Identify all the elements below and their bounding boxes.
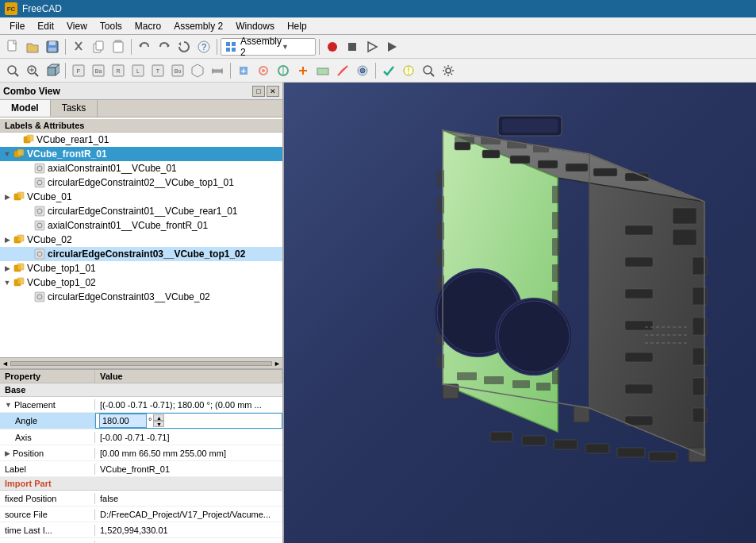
constraint-circular-button[interactable] [274,61,293,80]
dropdown-arrow-icon: ▼ [282,43,312,51]
stop-macro-button[interactable] [343,37,362,56]
constraint-plane-button[interactable] [313,61,332,80]
svg-text:R: R [116,68,120,74]
props-row-source[interactable]: source File D:/FreeCAD_Project/V17_Proje… [0,506,282,522]
cut-button[interactable] [69,37,88,56]
angle-input[interactable] [99,414,147,428]
props-row-angle[interactable]: Angle ° ▲ ▼ [0,413,282,429]
menu-assembly2[interactable]: Assembly 2 [167,19,229,33]
props-header: Property Value [0,370,282,383]
menu-windows[interactable]: Windows [229,19,281,33]
menu-edit[interactable]: Edit [31,19,60,33]
constraint-edge-button[interactable] [294,61,313,80]
constraint-axial-button[interactable] [254,61,273,80]
new-button[interactable] [3,37,22,56]
tree-item-vcube-top1-02[interactable]: ▼ VCube_top1_02 [0,275,282,290]
tree-item-vcube02[interactable]: ▶ VCube_02 [0,233,282,247]
tree-item-vcube-top1-01[interactable]: ▶ VCube_top1_01 [0,261,282,275]
spin-down-button[interactable]: ▼ [153,421,164,427]
props-val-editing[interactable]: ° ▲ ▼ [95,413,282,429]
panel-title: Combo View [3,86,60,97]
props-row-axis[interactable]: Axis [-0.00 -0.71 -0.71] [0,429,282,445]
props-key-label: Placement [14,400,56,410]
tree-item-axial1[interactable]: axialConstraint01__VCube_01 [0,161,282,175]
props-row-placement[interactable]: ▼ Placement [(-0.00 -0.71 -0.71); 180.00… [0,397,282,413]
svg-line-24 [15,73,18,76]
tab-tasks[interactable]: Tasks [51,100,98,117]
tree-label: axialConstraint01__VCube_01 [48,163,177,174]
view-top-button[interactable]: T [148,61,167,80]
tree-item-circular2[interactable]: circularEdgeConstraint02__VCube_top1_01 [0,175,282,190]
undo-button[interactable] [135,37,154,56]
help-button[interactable]: ? [194,37,213,56]
view-back-button[interactable]: Ba [89,61,108,80]
view-left-button[interactable]: L [129,61,148,80]
copy-button[interactable] [89,37,108,56]
view-bottom-button[interactable]: Bo [168,61,187,80]
settings-button[interactable] [439,61,458,80]
svg-rect-111 [552,238,560,256]
assembly-add-button[interactable]: + [234,61,253,80]
part-icon [22,133,35,146]
horizontal-scrollbar[interactable] [10,361,272,366]
panel-detach-button[interactable]: □ [252,86,265,97]
redo-button[interactable] [155,37,174,56]
expand-arrow-icon[interactable]: ▶ [5,449,10,457]
measure-button[interactable] [208,61,227,80]
tree-item-circular3[interactable]: circularEdgeConstraint03__VCube_top1_02 [0,247,282,261]
view-iso-button[interactable] [188,61,207,80]
props-row-time[interactable]: time Last I... 1,520,994,330.01 [0,522,282,538]
tree-label: VCube_top1_02 [27,277,96,288]
menu-file[interactable]: File [3,19,31,33]
refresh-button[interactable] [175,37,194,56]
props-key-label: Axis [15,433,32,442]
workbench-dropdown[interactable]: Assembly 2 ▼ [221,38,316,56]
panel-tabs: Model Tasks [0,100,282,117]
paste-button[interactable] [109,37,128,56]
open-button[interactable] [23,37,42,56]
menu-help[interactable]: Help [281,19,313,33]
cube-nav-button[interactable] [43,61,62,80]
tree-item-vcube-rear1[interactable]: VCube_rear1_01 [0,133,282,147]
tree-item-circular4[interactable]: circularEdgeConstraint03__VCube_02 [0,290,282,304]
zoom-selection-button[interactable] [23,61,42,80]
solve-button[interactable] [379,61,398,80]
3d-viewport[interactable] [284,83,756,543]
tree-label: circularEdgeConstraint02__VCube_top1_01 [48,177,234,188]
tab-model[interactable]: Model [0,100,51,117]
record-button[interactable] [323,37,342,56]
constraint-angle-button[interactable] [333,61,352,80]
zoom-fit-button[interactable] [3,61,22,80]
props-row-position[interactable]: ▶ Position [0.00 mm 66.50 mm 255.00 mm] [0,445,282,461]
play-macro-button[interactable] [363,37,382,56]
props-row-fixed[interactable]: fixed Position false [0,491,282,506]
menu-tools[interactable]: Tools [94,19,129,33]
tree-item-vcube-frontR[interactable]: ▼ VCube_frontR_01 [0,147,282,161]
menu-macro[interactable]: Macro [129,19,167,33]
expand-arrow-icon[interactable]: ▼ [5,401,12,409]
svg-line-26 [35,73,38,76]
save-button[interactable] [43,37,62,56]
scroll-right-icon[interactable]: ► [274,360,281,368]
constraint-coincident-button[interactable] [353,61,372,80]
panel-close-button[interactable]: ✕ [267,86,279,97]
svg-rect-22 [348,43,356,51]
menu-view[interactable]: View [60,19,94,33]
view-right-button[interactable]: R [109,61,128,80]
play2-macro-button[interactable] [382,37,401,56]
view-front-button[interactable]: F [69,61,88,80]
props-row-update[interactable]: update Col... true [0,538,282,543]
find-button[interactable] [419,61,438,80]
scroll-left-icon[interactable]: ◄ [2,360,9,368]
constraint-icon [33,248,46,260]
tree-item-circular1[interactable]: circularEdgeConstraint01__VCube_rear1_01 [0,204,282,218]
spin-up-button[interactable]: ▲ [153,414,164,421]
tree-area[interactable]: Labels & Attributes VCube_rear1_01 ▼ VCu… [0,117,282,357]
svg-rect-141 [490,432,512,441]
props-row-label[interactable]: Label VCube_frontR_01 [0,461,282,477]
check-button[interactable]: ! [399,61,418,80]
svg-rect-68 [35,164,44,173]
tree-item-axial2[interactable]: axialConstraint01__VCube_frontR_01 [0,218,282,233]
tree-label: VCube_01 [27,191,72,202]
tree-item-vcube01[interactable]: ▶ VCube_01 [0,190,282,204]
